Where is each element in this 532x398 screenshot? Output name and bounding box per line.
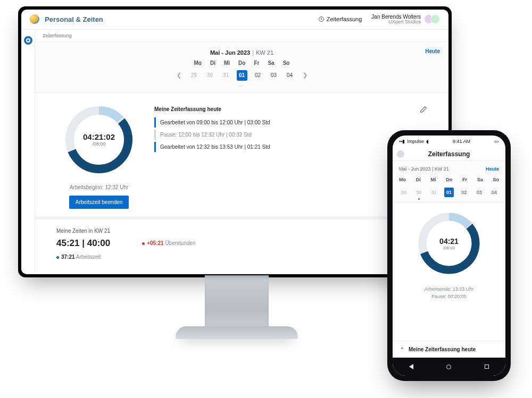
day-cell[interactable]: 02: [459, 188, 469, 197]
android-nav-bar: [393, 358, 505, 376]
next-week-button[interactable]: ❯: [301, 72, 310, 79]
app-logo-icon: [397, 150, 404, 158]
work-start-label: Arbeitsbeginn: 12:32 Uhr: [56, 184, 142, 190]
app-title: Personal & Zeiten: [45, 15, 103, 23]
progress-ring: 04:21 /08:00: [414, 209, 484, 278]
sidebar-item-stopwatch[interactable]: [24, 36, 32, 45]
day-cell[interactable]: 02: [253, 70, 263, 81]
drag-handle-icon[interactable]: ═: [35, 83, 448, 88]
prev-week-button[interactable]: ❮: [174, 72, 184, 79]
phone-status-bar: ▪▪▮ Impulse ◖ 9:41 AM ▭: [393, 136, 505, 147]
nav-back-icon[interactable]: [409, 364, 413, 369]
phone-screen: ▪▪▮ Impulse ◖ 9:41 AM ▭ Zeiterfassung He…: [393, 136, 505, 376]
phone-week-calendar: Heute Mai - Jun 2023 | KW 21 MoDiMiDoFrS…: [393, 161, 505, 202]
header-tab-zeiterfassung[interactable]: Zeiterfassung: [318, 16, 362, 22]
chevron-up-icon: ⌄: [400, 346, 404, 352]
avatar-stack: [424, 14, 440, 24]
date-range: Mai - Jun 2023|KW 21: [35, 49, 448, 56]
status-left: ▪▪▮ Impulse ◖: [399, 139, 429, 144]
page-title: Zeiterfassung: [428, 150, 470, 158]
total-time: /08:00: [92, 141, 105, 147]
elapsed-time: 04:21: [439, 237, 459, 245]
day-cell-selected[interactable]: 01: [444, 188, 454, 197]
wifi-icon: ◖: [426, 139, 429, 144]
log-entry: Gearbeitet von 09:00 bis 12:00 Uhr | 03:…: [154, 117, 427, 128]
end-work-button[interactable]: Arbeitszeit beenden: [69, 196, 129, 209]
today-log: Meine Zeiterfassung heute Gearbeitet von…: [154, 103, 427, 209]
user-menu[interactable]: Jan Berends Wolters UXpert Studios: [371, 14, 440, 25]
nav-recents-icon[interactable]: [485, 365, 489, 369]
day-cell[interactable]: 04: [285, 70, 295, 81]
pause-label: Pause: 00:20:05: [425, 293, 474, 300]
phone-header: Zeiterfassung: [393, 147, 505, 161]
app-logo-icon: [30, 14, 39, 24]
date-range: Mai - Jun 2023 | KW 21: [399, 166, 499, 172]
status-dot-icon: [142, 242, 145, 245]
status-time: 9:41 AM: [453, 139, 470, 144]
work-time-sub: 37:21 Arbeitszeit: [56, 254, 427, 260]
day-cell-selected[interactable]: 01: [237, 70, 247, 81]
day-cell[interactable]: 31: [429, 188, 439, 197]
status-dot-icon: [56, 256, 59, 259]
app-header: Personal & Zeiten Zeiterfassung Jan Bere…: [21, 10, 448, 30]
clock-icon: [318, 16, 325, 22]
sidebar-rail: [21, 30, 35, 274]
week-summary-title: Meine Zeiten in KW 21: [56, 228, 427, 234]
day-cell[interactable]: 31: [221, 70, 231, 81]
today-log-title: Meine Zeiterfassung heute: [154, 106, 221, 112]
day-cell[interactable]: 30: [414, 188, 423, 197]
edit-icon[interactable]: [420, 106, 427, 113]
phone-mockup: ▪▪▮ Impulse ◖ 9:41 AM ▭ Zeiterfassung He…: [387, 130, 511, 381]
day-cell[interactable]: 04: [489, 188, 499, 197]
signal-icon: ▪▪▮: [399, 139, 405, 144]
today-link[interactable]: Heute: [486, 166, 499, 172]
header-tab-label: Zeiterfassung: [327, 16, 362, 22]
day-cell[interactable]: 29: [399, 188, 409, 197]
progress-ring: 04:21:02 /08:00: [62, 103, 136, 177]
event-dot-icon: [418, 198, 420, 200]
day-cell[interactable]: 30: [205, 70, 215, 81]
expand-label: Meine Zeiterfassung heute: [409, 346, 476, 352]
log-entry-pause: Pause: 12:00 bis 12:32 Uhr | 00:32 Std: [154, 130, 427, 140]
day-cell[interactable]: 03: [269, 70, 279, 81]
total-time: /08:00: [443, 245, 455, 250]
phone-meta: Arbeitsende: 13:23 Uhr Pause: 00:20:05: [425, 285, 474, 301]
elapsed-time: 04:21:02: [83, 132, 115, 141]
day-cell[interactable]: 29: [189, 70, 200, 81]
desktop-monitor: Personal & Zeiten Zeiterfassung Jan Bere…: [18, 6, 452, 277]
dow-row: MoDiMiDoFrSaSo: [35, 60, 448, 66]
day-cell[interactable]: 03: [475, 188, 484, 197]
desktop-screen: Personal & Zeiten Zeiterfassung Jan Bere…: [21, 10, 448, 274]
monitor-stand: [205, 275, 269, 334]
log-entry: Gearbeitet von 12:32 bis 13:53 Uhr | 01:…: [154, 142, 427, 152]
expand-today-log[interactable]: ⌄ Meine Zeiterfassung heute: [393, 341, 505, 358]
user-org: UXpert Studios: [371, 20, 421, 25]
day-row: ❮ 29 30 31 01 02 03 04 ❯: [35, 70, 448, 81]
day-row: 29 30 31 01 02 03 04: [399, 188, 499, 200]
today-link[interactable]: Heute: [425, 48, 440, 54]
breadcrumb: Zeiterfassung: [35, 30, 448, 42]
time-clock: 04:21:02 /08:00 Arbeitsbeginn: 12:32 Uhr…: [56, 103, 142, 209]
overtime: +05:21 Überstunden: [142, 240, 195, 246]
carrier-label: Impulse: [407, 139, 424, 144]
avatar: [430, 14, 440, 24]
week-calendar: Heute Mai - Jun 2023|KW 21 MoDiMiDoFrSaS…: [35, 42, 448, 93]
dow-row: MoDiMiDoFrSaSo: [399, 177, 499, 182]
battery-icon: ▭: [494, 139, 499, 144]
worked-vs-planned: 45:21 | 40:00: [56, 238, 110, 249]
work-end-label: Arbeitsende: 13:23 Uhr: [425, 285, 474, 293]
week-summary: Meine Zeiten in KW 21 45:21 | 40:00 +05:…: [35, 216, 448, 270]
nav-home-icon[interactable]: [446, 365, 451, 369]
